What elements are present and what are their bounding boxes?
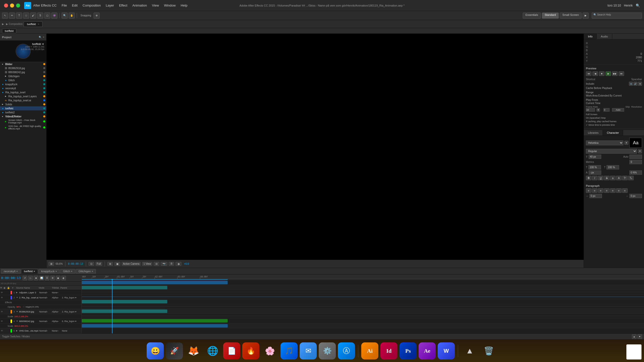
track-1[interactable] — [82, 280, 644, 285]
workspace-essentials[interactable]: Essentials — [523, 13, 541, 19]
fullscreen-button[interactable] — [16, 4, 20, 8]
align-justify-last-center[interactable]: ≡ — [616, 188, 622, 193]
toolbar-eraser[interactable]: ◻ — [44, 13, 50, 19]
composition-viewer[interactable] — [47, 34, 584, 260]
prev-back[interactable]: ◀ — [592, 71, 598, 76]
tl-tab-glitchigen[interactable]: Glitchigen × — [76, 269, 96, 274]
dock-icon-aftereffects[interactable]: Ae — [419, 342, 436, 359]
tl-footer-collapse[interactable]: ▲ — [632, 334, 636, 339]
list-item[interactable]: VideoEffekter — [0, 114, 46, 118]
tab-audio[interactable]: Audio — [597, 34, 612, 39]
bold-btn[interactable]: B — [586, 176, 591, 180]
layer-row-3[interactable]: 👁 3 ▼ 853862918.jpg Normal▾ Alpha▾ 2. Ri… — [0, 309, 82, 314]
include-overlay[interactable]: ⊞ — [638, 82, 642, 86]
dock-icon-indesign[interactable]: Id — [380, 342, 397, 359]
mode-5[interactable]: Normal▾ — [39, 330, 52, 332]
trkmat-5[interactable]: None▾ — [52, 330, 62, 332]
expand-5[interactable]: ▶ — [16, 330, 19, 332]
kerning-input[interactable] — [629, 170, 642, 175]
tl-loop[interactable]: ↺ — [23, 276, 27, 280]
current-time-display[interactable]: 0:00:00:13 — [1, 276, 21, 280]
dock-icon-illustrator[interactable]: Ai — [361, 342, 378, 359]
dock-icon-chrome[interactable]: 🌐 — [204, 342, 221, 359]
menu-animation[interactable]: Animation — [132, 4, 147, 7]
layer-row-2[interactable]: 👁 2 ▼ 2. Ria_log...svart.ai Normal▾ Alph… — [0, 295, 82, 300]
track-5[interactable] — [82, 318, 644, 323]
full-screen-option[interactable]: Full Screen — [586, 113, 642, 116]
allcaps-btn[interactable]: A — [616, 176, 622, 180]
track-3[interactable] — [82, 299, 644, 304]
eye-1[interactable]: 👁 — [0, 291, 4, 294]
tl-tab-glitch[interactable]: Glitch × — [60, 269, 75, 274]
toolbar-zoom[interactable]: 🔍 — [62, 13, 68, 19]
dock-icon-webflow[interactable]: W — [438, 342, 455, 359]
layer-row-1[interactable]: 👁 1 ▶ Adjustm..Layer 3 Normal▾ None▾ — [0, 290, 82, 295]
exposure[interactable]: ◑ — [176, 262, 181, 266]
menu-effect[interactable]: Effect — [119, 4, 127, 7]
camera-dropdown[interactable]: Active Camera — [122, 262, 141, 266]
dock-icon-itunes[interactable]: 🎵 — [280, 342, 298, 359]
tl-tab-tveffekt[interactable]: tveffekt × — [21, 269, 38, 274]
vert-scale-input[interactable] — [607, 165, 619, 169]
toggle-transparency[interactable]: ▣ — [114, 262, 120, 266]
dock-icon-photos[interactable]: 🌸 — [261, 342, 278, 359]
search-icon[interactable]: 🔍 — [636, 4, 640, 8]
list-item[interactable]: Bilder — [0, 62, 46, 66]
superscript-btn[interactable]: T² — [622, 176, 628, 180]
tl-tab-neonskylt[interactable]: neonskylt × — [1, 269, 21, 274]
dock-icon-photoshop[interactable]: Ps — [399, 342, 417, 359]
dock-icon-firefox[interactable]: 🦊 — [185, 342, 202, 359]
mode-2[interactable]: Normal▾ — [39, 296, 52, 299]
list-item[interactable]: ◈ tveffekt — [0, 106, 46, 110]
tl-solo[interactable]: ◉ — [56, 276, 60, 280]
timeline-tracks[interactable] — [82, 279, 644, 333]
track-2[interactable] — [82, 285, 644, 290]
expand-3[interactable]: ▼ — [16, 310, 19, 313]
tab-character[interactable]: Character — [603, 130, 623, 135]
tl-draft[interactable]: ◐ — [61, 276, 66, 280]
expand-4[interactable]: ▼ — [16, 320, 19, 322]
menu-edit[interactable]: Edit — [72, 4, 77, 7]
list-item[interactable]: Solids — [0, 102, 46, 106]
trkmat-3[interactable]: Alpha▾ — [52, 310, 62, 313]
align-right[interactable]: ≡ — [598, 188, 603, 193]
list-item[interactable]: Ai Ria_logotyp_svart.ai — [0, 98, 46, 102]
layer-row-4[interactable]: 👁 4 ▼ 889398242.jpg Normal▾ Alpha▾ 6. Ri… — [0, 319, 82, 324]
close-button[interactable] — [4, 4, 8, 8]
list-item[interactable]: ▶ VHS Ove...4K FREE high quality effects… — [0, 124, 46, 130]
tl-props[interactable]: ☰ — [45, 276, 49, 280]
workspace-expand[interactable]: ▶ — [583, 13, 589, 19]
include-audio[interactable]: 🔊 — [633, 82, 637, 86]
framerate-down[interactable]: ▼ — [596, 108, 600, 112]
snapshot-btn[interactable]: 📷 — [161, 262, 167, 266]
expand-2[interactable]: ▼ — [16, 296, 19, 299]
horiz-scale-input[interactable] — [588, 165, 601, 169]
align-left[interactable]: ≡ — [586, 188, 591, 193]
leading-input[interactable] — [629, 155, 642, 159]
quality-dropdown[interactable]: Full — [96, 262, 102, 266]
roi-btn[interactable]: ⊟ — [154, 262, 159, 266]
prev-forward[interactable]: ▶▶ — [612, 71, 618, 76]
prev-stop[interactable]: ■ — [599, 71, 605, 76]
tracking-input[interactable] — [629, 160, 642, 164]
list-item[interactable]: Ria_logotyp_svart Layers — [0, 94, 46, 98]
expand-1[interactable]: ▶ — [16, 291, 19, 294]
align-justify[interactable]: ≡ — [604, 188, 610, 193]
tl-ram[interactable]: ▷ — [28, 276, 33, 280]
view-dropdown[interactable]: 1 View — [142, 262, 152, 266]
tab-libraries[interactable]: Libraries — [584, 130, 603, 135]
trkmat-4[interactable]: Alpha▾ — [52, 320, 62, 323]
tl-graph[interactable]: 📊 — [39, 276, 44, 280]
align-justify-all[interactable]: ≡ — [622, 188, 628, 193]
style-select[interactable]: Regular — [586, 149, 637, 154]
list-item[interactable]: ◈ tveffekt2 — [0, 110, 46, 114]
menu-help[interactable]: Help — [181, 4, 187, 7]
prev-play[interactable]: ▶ — [606, 71, 611, 76]
trkmat-1[interactable]: None▾ — [52, 291, 62, 294]
framerate-input[interactable] — [586, 108, 595, 112]
menu-file[interactable]: File — [62, 4, 67, 7]
comp-close-btn[interactable]: × — [38, 23, 39, 25]
dock-icon-finder[interactable]: 😀 — [147, 342, 164, 359]
mode-1[interactable]: Normal▾ — [39, 291, 52, 294]
dock-icon-burner[interactable]: 🔥 — [242, 342, 259, 359]
